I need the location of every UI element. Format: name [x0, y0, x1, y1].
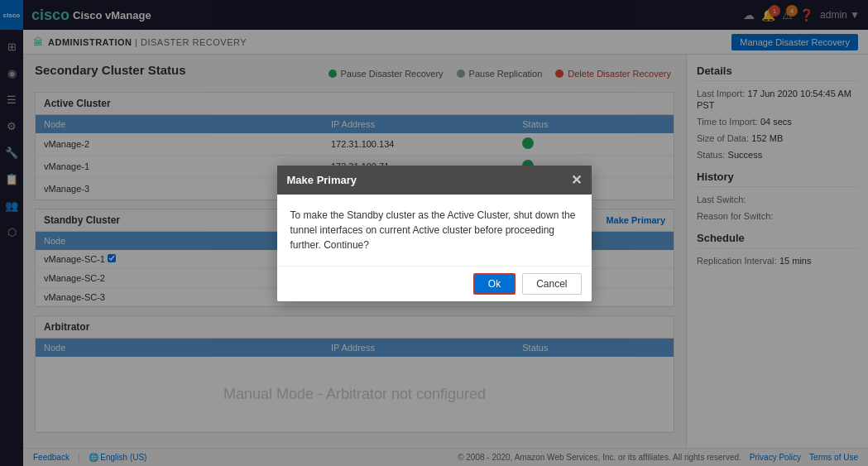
- make-primary-modal: Make Primary ✕ To make the Standby clust…: [277, 166, 592, 301]
- modal-overlay: Make Primary ✕ To make the Standby clust…: [0, 0, 868, 466]
- modal-header: Make Primary ✕: [277, 166, 592, 195]
- modal-footer: Ok Cancel: [277, 266, 592, 301]
- modal-body: To make the Standby cluster as the Activ…: [277, 195, 592, 266]
- modal-close-button[interactable]: ✕: [571, 172, 582, 188]
- modal-cancel-button[interactable]: Cancel: [522, 273, 581, 295]
- modal-message: To make the Standby cluster as the Activ…: [290, 208, 578, 252]
- modal-title: Make Primary: [287, 174, 357, 186]
- modal-ok-button[interactable]: Ok: [473, 273, 516, 295]
